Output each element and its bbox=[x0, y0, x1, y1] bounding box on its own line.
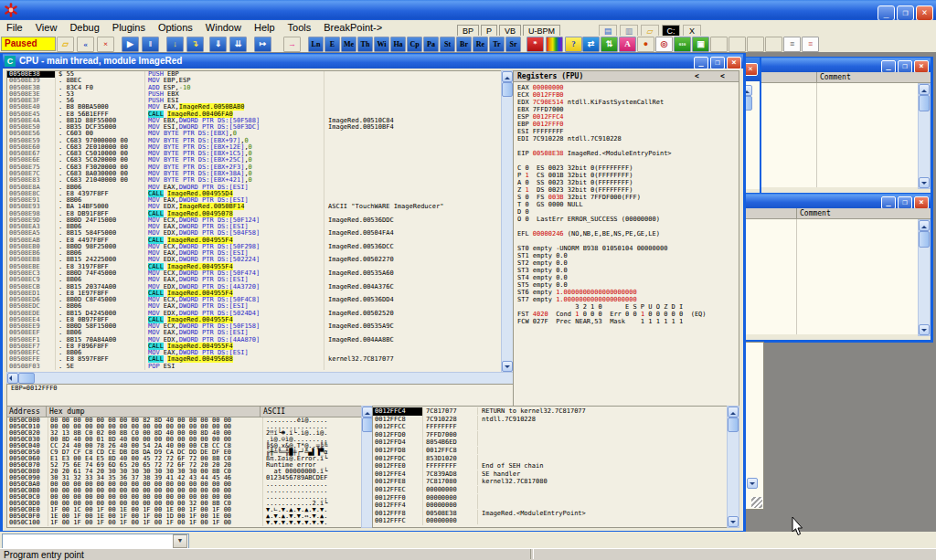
registers-next-button[interactable]: < bbox=[720, 71, 725, 81]
register-line[interactable]: ST7 empty 1.0000000000000000000 bbox=[514, 296, 739, 303]
disasm-row[interactable]: 00508F03. 5EPOP ESI bbox=[7, 364, 502, 370]
register-line[interactable]: T 0 GS 0000 NULL bbox=[514, 201, 739, 208]
stack-pane[interactable]: 0012FFC47C817077RETURN to kernel32.7C817… bbox=[372, 406, 729, 528]
menu-view[interactable]: View bbox=[29, 20, 64, 33]
disassembly-scrollbar[interactable] bbox=[501, 70, 514, 373]
side-window-middle-body[interactable] bbox=[739, 219, 931, 334]
stack-row[interactable]: 0012FFC47C817077RETURN to kernel32.7C817… bbox=[373, 407, 728, 416]
menu-file[interactable]: File bbox=[0, 20, 29, 33]
register-line[interactable]: ST4 empty 0.0 bbox=[514, 274, 739, 281]
maximize-icon[interactable]: ❐ bbox=[710, 57, 725, 69]
appearance-button[interactable] bbox=[546, 37, 563, 52]
open-file-button[interactable]: ▱ bbox=[57, 37, 74, 52]
register-line[interactable]: ST2 empty 0.0 bbox=[514, 259, 739, 267]
blank-button-1[interactable] bbox=[710, 37, 728, 52]
disasm-row[interactable]: 00508E3E. 53PUSH EBX bbox=[7, 91, 502, 98]
disasm-row[interactable]: 00508E83. C683 21040000 00MOV BYTE PTR D… bbox=[7, 177, 502, 184]
close-button[interactable]: × bbox=[916, 5, 933, 21]
stack-row[interactable]: 0012FFF800508E38ImageRed.<ModuleEntryPoi… bbox=[373, 510, 728, 518]
column-divider[interactable] bbox=[796, 208, 797, 218]
register-line[interactable]: ECX 0012FFB0 bbox=[514, 91, 739, 99]
maximize-icon[interactable]: ❐ bbox=[898, 60, 912, 72]
disasm-row[interactable]: 00508E9D. 8B0D 24F15000MOV ECX,DWORD PTR… bbox=[7, 217, 502, 224]
register-line[interactable]: EBP 0012FFF0 bbox=[514, 121, 739, 128]
stack-row[interactable]: 0012FFE0FFFFFFFFEnd of SEH chain bbox=[373, 462, 728, 470]
blank-button-4[interactable] bbox=[765, 37, 782, 52]
register-line[interactable]: A 0 SS 0023 32bit 0(FFFFFFFF) bbox=[514, 179, 739, 186]
view-cpu-button[interactable]: Cp bbox=[407, 37, 422, 52]
close-icon[interactable]: × bbox=[914, 60, 929, 72]
stack-row[interactable]: 0012FFDC853D1020 bbox=[373, 455, 728, 463]
stack-row[interactable]: 0012FFCCFFFFFFFF bbox=[373, 423, 728, 431]
restart-button[interactable]: « bbox=[77, 37, 94, 52]
command-combo-input[interactable] bbox=[2, 534, 189, 549]
execute-till-return-button[interactable]: ↦ bbox=[254, 37, 271, 52]
disasm-row[interactable]: 00508E3B. 83C4 F0ADD ESP,-10 bbox=[7, 85, 502, 91]
dump-pane[interactable]: Address Hex dump ASCII 0050C00000 00 00 … bbox=[6, 406, 363, 528]
register-line[interactable]: EFL 00000246 (NO,NB,E,BE,NS,PE,GE,LE) bbox=[514, 230, 739, 238]
disasm-row[interactable]: 00508EE9. 8B0D 58F15000MOV ECX,DWORD PTR… bbox=[7, 323, 502, 330]
dump-header-ascii[interactable]: ASCII bbox=[263, 407, 285, 417]
scroll-thumb[interactable] bbox=[502, 82, 513, 97]
comment-column-header[interactable]: Comment bbox=[800, 208, 831, 218]
side-window-middle-titlebar[interactable]: _❐× bbox=[739, 194, 931, 208]
window-button[interactable]: ▣ bbox=[692, 37, 709, 52]
side-window-middle[interactable]: _❐× Comment bbox=[737, 193, 933, 343]
register-line[interactable] bbox=[514, 238, 739, 245]
register-line[interactable]: FST 4020 Cond 1 0 0 0 Err 0 0 1 0 0 0 0 … bbox=[514, 311, 739, 318]
register-line[interactable]: S 0 FS 003B 32bit 7FFDF000(FFF) bbox=[514, 194, 739, 201]
disasm-row[interactable]: 00508EF7. E8 F896F8FFCALL ImageRed.00495… bbox=[7, 343, 502, 350]
view-patches-button[interactable]: Pa bbox=[423, 37, 439, 52]
register-line[interactable]: P 1 CS 001B 32bit 0(FFFFFFFF) bbox=[514, 172, 739, 179]
scroll-up-arrow[interactable] bbox=[919, 220, 930, 231]
register-line[interactable] bbox=[514, 143, 739, 150]
restore-button[interactable]: ❐ bbox=[897, 5, 914, 21]
minimize-button[interactable]: _ bbox=[878, 5, 895, 21]
close-program-button[interactable]: × bbox=[97, 37, 114, 52]
disassembly-hscrollbar[interactable] bbox=[6, 372, 514, 385]
close-icon[interactable]: × bbox=[914, 196, 929, 208]
view-callstack-button[interactable]: St bbox=[440, 37, 455, 52]
list-button-2[interactable]: ≡ bbox=[802, 37, 819, 52]
stack-row[interactable]: 0012FFC87C910228ntdll.7C910228 bbox=[373, 416, 728, 424]
scroll-thumb[interactable] bbox=[919, 231, 930, 248]
view-log-button[interactable]: Ln bbox=[308, 37, 324, 52]
register-line[interactable]: O 0 LastErr ERROR_SUCCESS (00000000) bbox=[514, 216, 739, 223]
view-executables-button[interactable]: E bbox=[324, 37, 340, 52]
scroll-thumb[interactable] bbox=[919, 95, 930, 111]
register-line[interactable] bbox=[514, 157, 739, 164]
register-line[interactable]: EDX 7C90E514 ntdll.KiFastSystemCallRet bbox=[514, 99, 739, 106]
dump-header-hex[interactable]: Hex dump bbox=[49, 407, 85, 417]
scroll-up-arrow[interactable] bbox=[728, 407, 739, 417]
register-line[interactable]: ST3 empty 0.0 bbox=[514, 267, 739, 274]
scroll-down-arrow[interactable] bbox=[919, 177, 930, 188]
stack-scrollbar[interactable] bbox=[727, 406, 739, 528]
register-line[interactable]: Z 1 DS 0023 32bit 0(FFFFFFFF) bbox=[514, 186, 739, 194]
stack-row[interactable]: 0012FFD07FFD7000 bbox=[373, 431, 728, 439]
view-breakpoints-button[interactable]: Br bbox=[456, 37, 472, 52]
maximize-icon[interactable]: ❐ bbox=[898, 196, 912, 208]
resize-grip[interactable] bbox=[751, 497, 762, 508]
combo-dropdown-button[interactable]: ▼ bbox=[173, 534, 187, 548]
register-line[interactable]: EIP 00508E38 ImageRed.<ModuleEntryPoint> bbox=[514, 150, 739, 157]
run-button[interactable]: ▶ bbox=[122, 37, 139, 52]
help-button[interactable]: ? bbox=[565, 37, 582, 52]
register-line[interactable]: ESP 0012FFC4 bbox=[514, 113, 739, 121]
menu-options[interactable]: Options bbox=[152, 20, 199, 33]
menu-tools[interactable]: Tools bbox=[282, 20, 318, 33]
register-line[interactable]: C 0 ES 0023 32bit 0(FFFFFFFF) bbox=[514, 164, 739, 172]
assemble-button[interactable]: A bbox=[619, 37, 636, 52]
blank-button-2[interactable] bbox=[729, 37, 746, 52]
view-windows-button[interactable]: Wi bbox=[374, 37, 389, 52]
step-over-button[interactable]: ↴ bbox=[186, 37, 204, 52]
disasm-row[interactable]: 00508E38$ 55PUSH EBP bbox=[7, 71, 502, 78]
updown-button[interactable]: ⇅ bbox=[601, 37, 618, 52]
stack-row[interactable]: 0012FFD80012FFC8 bbox=[373, 447, 728, 455]
stack-row[interactable]: 0012FFEC00000000 bbox=[373, 486, 728, 494]
register-line[interactable]: ST0 empty -UNORM B938 01050104 00000000 bbox=[514, 245, 739, 252]
minimize-icon[interactable]: _ bbox=[881, 60, 896, 72]
register-line[interactable]: ST5 empty 0.0 bbox=[514, 281, 739, 289]
animate-over-button[interactable]: ⇊ bbox=[229, 37, 247, 52]
breakpoint-dot-button[interactable]: ● bbox=[637, 37, 654, 52]
stack-row[interactable]: 0012FFF400000000 bbox=[373, 502, 728, 510]
